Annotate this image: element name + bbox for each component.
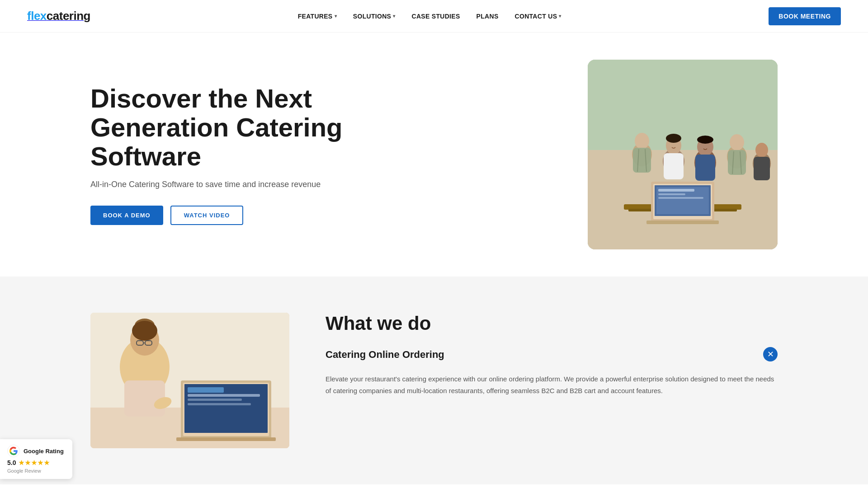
- svg-point-29: [755, 143, 768, 157]
- wwd-service-title: Catering Online Ordering: [326, 349, 444, 361]
- chevron-down-icon: ▾: [335, 14, 337, 19]
- wwd-laptop-photo: [90, 313, 289, 448]
- book-demo-button[interactable]: BOOK A DEMO: [90, 206, 163, 225]
- svg-rect-9: [658, 189, 694, 192]
- logo[interactable]: flexcatering: [27, 9, 90, 23]
- svg-point-13: [635, 133, 649, 149]
- svg-rect-11: [658, 197, 703, 199]
- star-icons: ★★★★★: [19, 459, 50, 466]
- svg-rect-42: [188, 403, 251, 405]
- svg-point-32: [666, 134, 681, 143]
- svg-rect-43: [176, 437, 276, 441]
- svg-rect-51: [124, 380, 165, 417]
- hero-subtitle: All-in-One Catering Software to save tim…: [90, 180, 344, 189]
- google-rating-header: Google Rating: [7, 445, 65, 457]
- google-logo: [7, 445, 20, 457]
- google-rating-score: 5.0 ★★★★★: [7, 459, 65, 466]
- nav-contact-us[interactable]: CONTACT US ▾: [515, 13, 561, 20]
- wwd-section-title: What we do: [326, 313, 778, 334]
- nav-links: FEATURES ▾ SOLUTIONS ▾ CASE STUDIES PLAN…: [298, 13, 561, 20]
- navbar: flexcatering FEATURES ▾ SOLUTIONS ▾ CASE…: [0, 0, 868, 33]
- what-we-do-section: What we do Catering Online Ordering ✕ El…: [0, 277, 868, 484]
- svg-rect-31: [646, 221, 719, 224]
- book-meeting-button[interactable]: BOOK MEETING: [769, 7, 841, 25]
- google-rating-label: Google Rating: [24, 448, 64, 455]
- svg-rect-10: [658, 193, 685, 195]
- chevron-down-icon: ▾: [393, 14, 395, 19]
- svg-rect-40: [188, 394, 260, 397]
- wwd-service-description: Elevate your restaurant's catering exper…: [326, 373, 778, 396]
- svg-rect-14: [633, 148, 651, 173]
- svg-point-33: [697, 136, 713, 144]
- nav-features[interactable]: FEATURES ▾: [298, 13, 337, 20]
- hero-title: Discover the Next Generation Catering So…: [90, 84, 344, 170]
- nav-plans[interactable]: PLANS: [476, 13, 499, 20]
- close-button[interactable]: ✕: [763, 347, 778, 361]
- svg-rect-1: [588, 60, 778, 150]
- hero-section: Discover the Next Generation Catering So…: [0, 33, 868, 277]
- wwd-service-block: Catering Online Ordering ✕ Elevate your …: [326, 349, 778, 396]
- wwd-text-content: What we do Catering Online Ordering ✕ El…: [326, 313, 778, 396]
- svg-rect-39: [188, 387, 224, 393]
- logo-flex: flex: [27, 9, 47, 23]
- google-review-label: Google Review: [7, 468, 65, 474]
- watch-video-button[interactable]: WATCH VIDEO: [170, 206, 244, 225]
- hero-buttons: BOOK A DEMO WATCH VIDEO: [90, 206, 344, 225]
- hero-image: [579, 60, 778, 249]
- wwd-image-container: [90, 313, 289, 448]
- svg-point-47: [132, 321, 157, 341]
- nav-solutions[interactable]: SOLUTIONS ▾: [353, 13, 396, 20]
- google-rating-widget: Google Rating 5.0 ★★★★★ Google Review: [0, 439, 72, 479]
- svg-rect-22: [695, 155, 715, 181]
- nav-case-studies[interactable]: CASE STUDIES: [412, 13, 460, 20]
- hero-team-photo: [588, 60, 778, 249]
- svg-rect-25: [728, 150, 746, 175]
- logo-catering: catering: [47, 9, 90, 23]
- hero-content: Discover the Next Generation Catering So…: [90, 84, 344, 225]
- svg-rect-41: [188, 399, 242, 401]
- svg-rect-19: [664, 153, 684, 179]
- svg-point-24: [730, 134, 744, 150]
- svg-rect-30: [754, 157, 770, 180]
- chevron-down-icon: ▾: [559, 14, 561, 19]
